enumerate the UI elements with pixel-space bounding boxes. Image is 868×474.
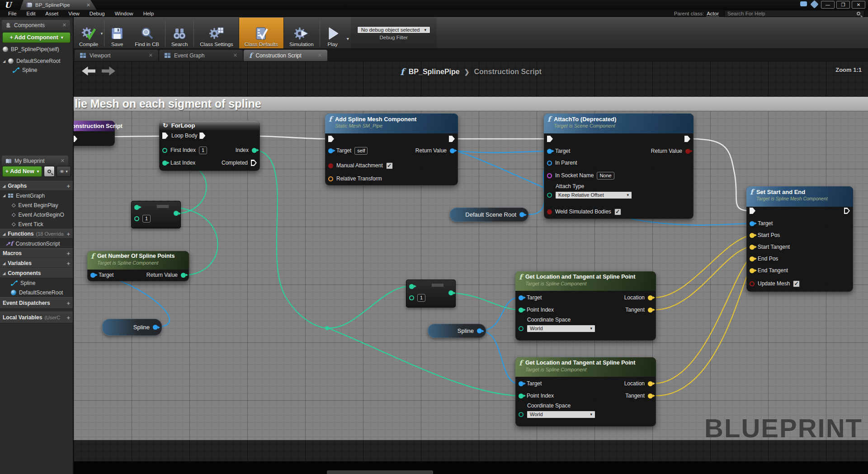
minimize-button[interactable]: — [821,1,835,9]
target-pin[interactable] [519,381,524,386]
point-index-pin[interactable] [519,308,524,313]
exec-in-pin[interactable] [162,133,168,139]
section-functions[interactable]: ◢Functions (18 Overrida + [0,229,73,239]
end-pos-pin[interactable] [750,256,755,261]
add-macro-button[interactable]: + [66,250,70,257]
node-spline-variable-2[interactable]: Spline [428,324,486,338]
target-value[interactable]: self [354,147,368,155]
location-pin[interactable] [648,295,653,300]
tangent-pin[interactable] [648,308,653,313]
first-index-value[interactable]: 1 [199,147,207,154]
start-pos-pin[interactable] [750,233,755,238]
add-function-button[interactable]: + [66,231,70,237]
tangent-pin[interactable] [648,393,653,398]
in-socket-name-value[interactable]: None [597,172,614,180]
node-get-number-of-spline-points[interactable]: f Get Number Of Spline Points Target is … [87,251,189,281]
int-in-pin-b[interactable] [134,216,139,221]
point-index-pin[interactable] [519,393,524,398]
node-spline-variable-1[interactable]: Spline [102,319,162,336]
debug-object-dropdown[interactable]: No debug object selected ▾ [357,26,430,33]
target-pin[interactable] [547,149,552,154]
section-variables[interactable]: ◢Variables + [0,258,73,268]
exec-in-pin[interactable] [750,208,755,214]
tab-close-icon[interactable]: ✕ [233,52,237,58]
expander-icon[interactable]: ◢ [3,59,5,63]
menu-view[interactable]: View [64,11,84,16]
node-add-spline-mesh-component[interactable]: f Add Spline Mesh Component Static Mesh … [325,114,458,185]
completed-pin[interactable] [251,160,257,166]
in-parent-pin[interactable] [547,161,552,166]
item-event-actorbegin[interactable]: ◇ Event ActorBeginO [0,210,73,219]
coordinate-space-pin[interactable] [519,412,524,417]
update-mesh-checkbox[interactable]: ✓ [793,280,800,287]
section-graphs[interactable]: ◢Graphs + [0,181,73,191]
int-in-pin[interactable] [409,284,414,289]
add-variable-button[interactable]: + [66,260,70,267]
attach-type-dropdown[interactable]: Keep Relative Offset ▾ [555,191,632,199]
node-get-location-tangent-bottom[interactable]: f Get Location and Tangent at Spline Poi… [515,357,656,427]
exec-out-pin[interactable] [74,136,77,142]
return-value-pin[interactable] [685,149,690,154]
parent-class-value[interactable]: Actor [707,11,719,17]
breadcrumb-root[interactable]: BP_SplinePipe [409,68,460,76]
node-attachto-deprecated[interactable]: f AttachTo (Deprecated) Target is Scene … [544,114,693,219]
add-component-button[interactable]: + Add Component ▾ [2,32,71,43]
item-var-spline[interactable]: Spline [0,278,73,288]
component-item-defaultsceneroot[interactable]: ◢ DefaultSceneRoot [0,57,73,66]
menu-window[interactable]: Window [110,11,138,16]
scene-root-out-pin[interactable] [519,212,524,217]
add-local-variable-button[interactable]: + [66,314,70,321]
tab-close-icon[interactable]: ✕ [149,52,153,58]
close-button[interactable]: ✕ [852,1,865,9]
exec-out-pin[interactable] [844,208,850,214]
restore-button[interactable]: ❐ [836,1,850,9]
item-event-beginplay[interactable]: ◇ Event BeginPlay [0,200,73,210]
component-item-self[interactable]: BP_SplinePipe(self) [0,45,73,54]
loop-body-pin[interactable] [199,133,205,139]
compile-options-caret-icon[interactable]: ▾ [101,31,103,36]
int-out-pin[interactable] [174,211,179,216]
end-tangent-pin[interactable] [750,268,755,273]
target-pin[interactable] [519,295,524,300]
tab-close-icon[interactable]: ✕ [318,52,322,58]
tab-event-graph[interactable]: Event Graph ✕ [159,50,243,61]
add-new-button[interactable]: + Add New ▾ [2,166,42,177]
item-eventgraph[interactable]: ◢ EventGraph [0,191,73,200]
node-set-start-and-end[interactable]: f Set Start and End Target is Spline Mes… [746,186,853,292]
reroute-node[interactable] [325,326,329,330]
panel-close-icon[interactable]: ✕ [61,158,65,164]
section-components[interactable]: ◢Components [0,268,73,278]
node-default-scene-root-variable[interactable]: Default Scene Root [450,208,528,222]
int-in-pin[interactable] [134,205,139,210]
menu-help[interactable]: Help [139,11,159,16]
tab-construction-script[interactable]: f Construction Script ✕ [244,50,327,61]
blueprint-search-button[interactable] [44,166,55,177]
int-value[interactable]: 1 [142,215,151,223]
spline-out-pin[interactable] [153,325,158,330]
menu-debug[interactable]: Debug [85,11,109,16]
tutorial-cap-icon[interactable] [810,0,818,8]
int-out-pin[interactable] [448,290,453,295]
menu-file[interactable]: File [4,11,21,16]
section-macros[interactable]: Macros + [0,248,73,258]
return-value-pin[interactable] [450,148,455,153]
graph-canvas[interactable]: lie Mesh on each sigment of spline BLUEP… [74,61,868,474]
last-index-pin[interactable] [162,161,167,166]
panel-close-icon[interactable]: ✕ [62,22,66,28]
asset-tab-close-icon[interactable]: ✕ [86,2,90,8]
manual-attachment-pin[interactable] [328,163,333,168]
node-forloop[interactable]: ↻ ForLoop Loop Body First Index 1 Index … [159,121,260,171]
menu-asset[interactable]: Asset [41,11,63,16]
int-value[interactable]: 1 [417,294,425,302]
search-button[interactable]: Search [166,18,193,48]
return-value-pin[interactable] [181,273,186,278]
node-int-op-1[interactable]: 1 [131,201,181,228]
manual-attachment-checkbox[interactable]: ✓ [386,162,393,169]
weld-simulated-bodies-pin[interactable] [547,209,552,214]
in-socket-name-pin[interactable] [547,173,552,178]
exec-out-pin[interactable] [449,136,455,142]
weld-checkbox[interactable]: ✓ [614,209,621,215]
target-pin[interactable] [750,221,755,226]
help-search-input[interactable] [725,11,857,16]
int-in-pin-b[interactable] [409,295,414,300]
